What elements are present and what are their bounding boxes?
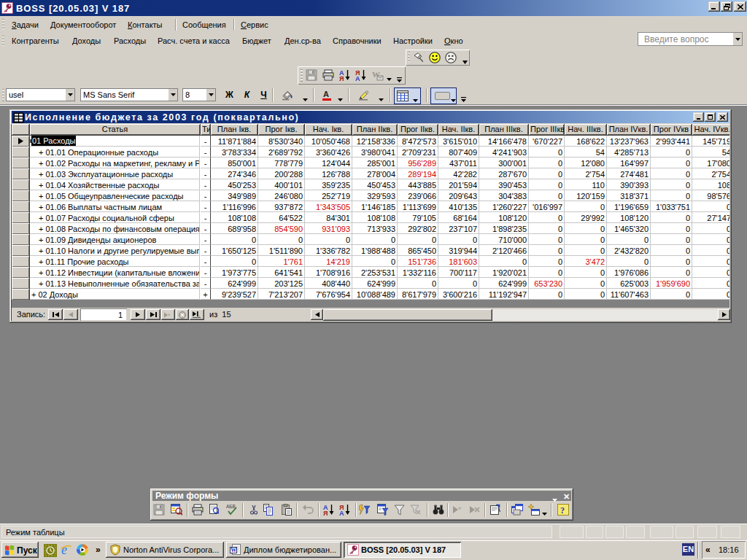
svg-text:АБВ: АБВ: [226, 504, 236, 509]
svg-text:Я: Я: [339, 75, 344, 82]
svg-text:*: *: [458, 505, 462, 514]
svg-text:А: А: [355, 75, 360, 82]
svg-text:e: e: [61, 543, 67, 556]
svg-text:W: W: [231, 547, 236, 553]
svg-text:.: .: [198, 311, 200, 318]
svg-text:*: *: [168, 312, 171, 318]
svg-text:?: ?: [560, 505, 565, 516]
svg-text:А: А: [339, 510, 344, 516]
svg-text:Я: Я: [323, 510, 328, 516]
svg-text:А: А: [323, 90, 329, 98]
